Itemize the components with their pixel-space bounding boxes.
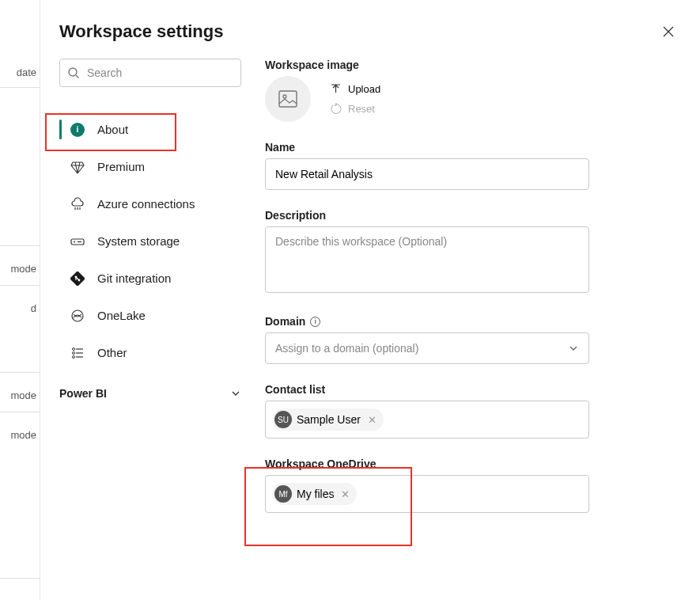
cloud-icon bbox=[69, 196, 86, 213]
close-button[interactable] bbox=[656, 19, 681, 44]
onedrive-field[interactable]: Mf My files ✕ bbox=[265, 475, 589, 513]
description-textarea[interactable] bbox=[265, 226, 589, 293]
label-name: Name bbox=[265, 141, 681, 154]
image-placeholder-icon bbox=[278, 89, 298, 109]
nav-label: System storage bbox=[97, 234, 180, 248]
reset-icon bbox=[330, 103, 342, 115]
search-input[interactable] bbox=[59, 59, 241, 87]
content: Workspace image Upload Reset bbox=[265, 59, 681, 532]
remove-chip-button[interactable]: ✕ bbox=[365, 414, 379, 426]
nav-label: OneLake bbox=[97, 309, 146, 322]
nav-item-storage[interactable]: System storage bbox=[59, 222, 241, 260]
nav-label: Other bbox=[97, 346, 127, 359]
section-label: Power BI bbox=[59, 387, 107, 400]
nav-label: Git integration bbox=[97, 272, 171, 285]
label-contact-list: Contact list bbox=[265, 383, 681, 396]
nav-item-git[interactable]: Git integration bbox=[59, 260, 241, 297]
svg-point-8 bbox=[73, 351, 75, 354]
workspace-thumbnail bbox=[265, 76, 311, 122]
diamond-icon bbox=[69, 158, 86, 176]
nav-item-azure[interactable]: Azure connections bbox=[59, 185, 241, 222]
chevron-down-icon bbox=[568, 343, 579, 354]
section-powerbi[interactable]: Power BI bbox=[59, 387, 241, 400]
label-description: Description bbox=[265, 209, 681, 222]
onedrive-chip: Mf My files ✕ bbox=[272, 483, 357, 505]
svg-point-11 bbox=[283, 95, 286, 98]
page-title: Workspace settings bbox=[59, 21, 223, 42]
remove-chip-button[interactable]: ✕ bbox=[339, 488, 352, 500]
domain-select[interactable]: Assign to a domain (optional) bbox=[265, 332, 589, 364]
svg-point-9 bbox=[73, 355, 75, 358]
background-fragments: date mode d mode mode bbox=[0, 0, 40, 600]
sidebar: i About Premium Azure connections bbox=[59, 59, 241, 532]
svg-point-0 bbox=[69, 68, 77, 76]
svg-point-7 bbox=[73, 347, 75, 350]
search-icon bbox=[67, 66, 80, 79]
chevron-down-icon bbox=[230, 388, 241, 399]
nav-item-onelake[interactable]: OneLake bbox=[59, 297, 241, 334]
name-input[interactable] bbox=[265, 158, 589, 190]
settings-list-icon bbox=[69, 344, 86, 362]
info-icon[interactable]: i bbox=[310, 317, 320, 327]
nav-label: About bbox=[97, 123, 128, 136]
label-domain: Domain i bbox=[265, 315, 681, 328]
upload-icon bbox=[330, 83, 342, 95]
chip-label: Sample User bbox=[297, 413, 361, 426]
nav-item-other[interactable]: Other bbox=[59, 334, 241, 371]
label-workspace-image: Workspace image bbox=[265, 59, 681, 71]
chip-label: My files bbox=[297, 488, 334, 500]
git-icon bbox=[69, 270, 86, 287]
nav-item-about[interactable]: i About bbox=[59, 111, 241, 148]
contact-list-field[interactable]: SU Sample User ✕ bbox=[265, 401, 589, 439]
onelake-icon bbox=[69, 307, 86, 325]
settings-panel: Workspace settings i About bbox=[40, 0, 700, 600]
svg-point-2 bbox=[74, 241, 75, 242]
reset-button: Reset bbox=[330, 103, 380, 115]
nav-label: Premium bbox=[97, 160, 145, 173]
close-icon bbox=[662, 25, 675, 38]
nav-label: Azure connections bbox=[97, 197, 195, 211]
contact-chip: SU Sample User ✕ bbox=[272, 408, 384, 431]
nav-list: i About Premium Azure connections bbox=[59, 111, 241, 371]
label-onedrive: Workspace OneDrive bbox=[265, 458, 681, 470]
svg-rect-10 bbox=[279, 91, 297, 107]
upload-button[interactable]: Upload bbox=[330, 83, 380, 95]
avatar: Mf bbox=[274, 485, 292, 503]
nav-item-premium[interactable]: Premium bbox=[59, 148, 241, 185]
avatar: SU bbox=[274, 411, 292, 428]
svg-point-6 bbox=[72, 310, 83, 321]
storage-icon bbox=[69, 233, 86, 250]
info-icon: i bbox=[70, 123, 85, 137]
